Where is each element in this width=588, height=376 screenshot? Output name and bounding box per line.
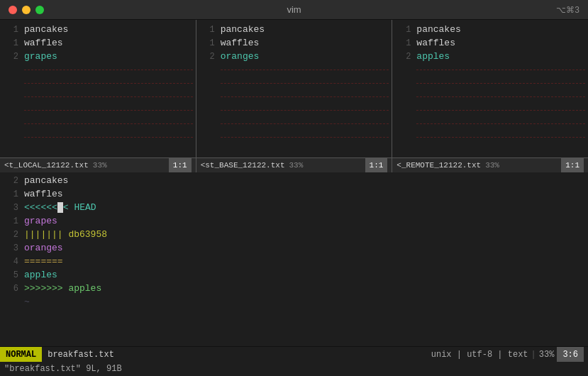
status-remote: <_REMOTE_12122.txt 33% 1:1: [392, 158, 588, 172]
line: 1 pancakes: [0, 23, 196, 36]
main-pane[interactable]: 2 pancakes 1 waffles 3 <<<<<< < HEAD 1 g…: [0, 172, 588, 346]
pane-remote: 1 pancakes 1 waffles 2 apples: [392, 20, 588, 157]
close-button[interactable]: [9, 6, 17, 14]
main-line-4: 1 grapes: [0, 214, 588, 228]
status-base: <st_BASE_12122.txt 33% 1:1: [196, 158, 392, 172]
pane-local: 1 pancakes 1 waffles 2 grapes: [0, 20, 196, 157]
split-status-bars: <t_LOCAL_12122.txt 33% 1:1 <st_BASE_1212…: [0, 158, 588, 172]
mode-badge: NORMAL: [0, 347, 42, 362]
main-line-8: 5 apples: [0, 268, 588, 282]
main-line-7: 4 =======: [0, 255, 588, 268]
window-controls: [9, 6, 44, 14]
main-line-1: 2 pancakes: [0, 174, 588, 187]
window-title: vim: [287, 4, 301, 15]
main-line-9: 6 >>>>>>> apples: [0, 282, 588, 295]
status-remote-pct: 33%: [485, 161, 499, 170]
line: 2 oranges: [196, 50, 392, 63]
line: 1 pancakes: [392, 23, 588, 36]
bottom-pct: 33%: [539, 350, 555, 360]
split-view: 1 pancakes 1 waffles 2 grapes: [0, 20, 588, 158]
line: 1 waffles: [392, 36, 588, 50]
status-local-filename: <t_LOCAL_12122.txt: [4, 161, 89, 170]
main-tilde: ~: [0, 295, 588, 309]
bottom-pos: 3:6: [557, 347, 584, 363]
window-shortcut: ⌥⌘3: [556, 5, 579, 15]
encoding-info: unix | utf-8 | text: [431, 350, 528, 360]
main-line-3: 3 <<<<<< < HEAD: [0, 201, 588, 214]
status-remote-filename: <_REMOTE_12122.txt: [396, 161, 481, 170]
line: 2 grapes: [0, 50, 196, 63]
status-base-pos: 1:1: [365, 158, 388, 172]
status-remote-pos: 1:1: [561, 158, 584, 172]
main-line-2: 1 waffles: [0, 187, 588, 201]
status-base-filename: <st_BASE_12122.txt: [201, 161, 285, 170]
line: 1 waffles: [0, 36, 196, 50]
editor-area: 1 pancakes 1 waffles 2 grapes: [0, 20, 588, 376]
status-local-pct: 33%: [93, 161, 107, 170]
pane-base: 1 pancakes 1 waffles 2 oranges: [196, 20, 392, 157]
info-line: "breakfast.txt" 9L, 91B: [0, 362, 588, 376]
line: 1 pancakes: [196, 23, 392, 36]
status-base-pct: 33%: [289, 161, 304, 170]
bottom-right-info: unix | utf-8 | text | 33% 3:6: [431, 347, 588, 363]
bottom-status-bar: NORMAL breakfast.txt unix | utf-8 | text…: [0, 346, 588, 362]
main-line-5: 2 ||||||| db63958: [0, 228, 588, 241]
bottom-filename: breakfast.txt: [48, 350, 114, 360]
line: 1 waffles: [196, 36, 392, 50]
status-local: <t_LOCAL_12122.txt 33% 1:1: [0, 158, 196, 172]
status-local-pos: 1:1: [169, 158, 192, 172]
titlebar: vim ⌥⌘3: [0, 0, 588, 20]
cursor: [57, 202, 63, 213]
info-text: "breakfast.txt" 9L, 91B: [4, 364, 122, 374]
maximize-button[interactable]: [35, 6, 44, 14]
minimize-button[interactable]: [22, 6, 30, 14]
main-line-6: 3 oranges: [0, 241, 588, 255]
line: 2 apples: [392, 50, 588, 63]
